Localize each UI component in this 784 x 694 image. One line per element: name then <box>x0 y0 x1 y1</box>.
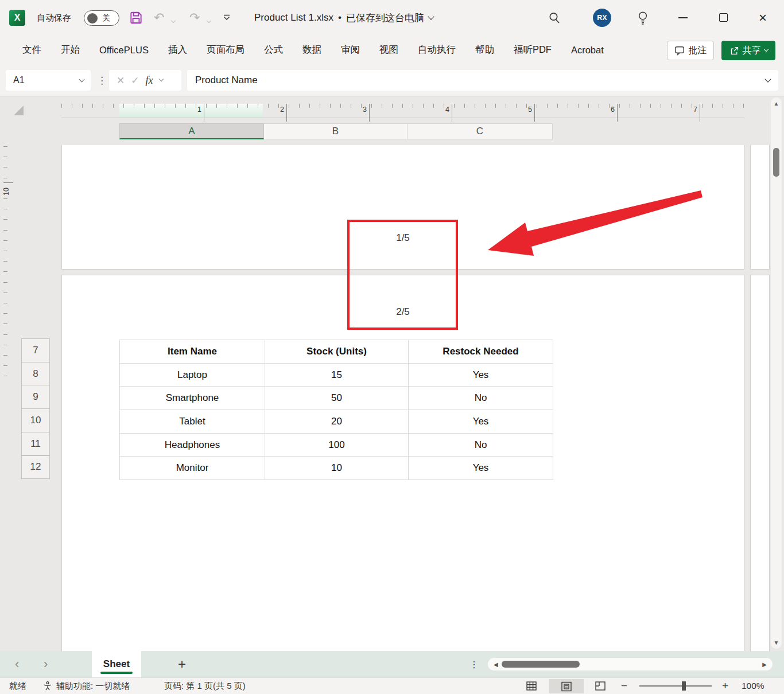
horizontal-scrollbar[interactable]: ◀ ▶ <box>488 658 773 670</box>
tab-review[interactable]: 审阅 <box>331 44 370 56</box>
column-header-b[interactable]: B <box>264 123 407 139</box>
view-page-layout-button[interactable] <box>549 679 584 693</box>
zoom-slider-thumb[interactable] <box>682 681 686 691</box>
column-header-c[interactable]: C <box>407 123 553 139</box>
row-header-10[interactable]: 10 <box>21 408 50 432</box>
sheet-options-dots[interactable]: ⋮ <box>469 651 479 677</box>
tab-data[interactable]: 数据 <box>293 44 331 56</box>
search-button[interactable] <box>548 0 561 36</box>
ruler-number: 10 <box>2 188 10 196</box>
ruler-number: 7 <box>686 106 697 114</box>
add-sheet-button[interactable]: + <box>178 651 186 677</box>
table-header-cell[interactable]: Item Name <box>120 340 265 364</box>
table-cell[interactable]: Laptop <box>120 363 265 387</box>
tab-home[interactable]: 开始 <box>51 44 90 56</box>
table-cell[interactable]: 50 <box>265 387 409 410</box>
page-count-status[interactable]: 页码: 第 1 页(共 5 页) <box>164 678 246 694</box>
table-cell[interactable]: Yes <box>409 410 553 434</box>
table-cell[interactable]: Smartphone <box>120 387 265 410</box>
row-header-8[interactable]: 8 <box>21 362 50 386</box>
vertical-scrollbar[interactable]: ▲ ▼ <box>771 98 782 649</box>
scroll-down-icon[interactable]: ▼ <box>771 640 782 646</box>
tab-view[interactable]: 视图 <box>370 44 408 56</box>
zoom-in-button[interactable]: + <box>722 678 728 694</box>
page-break-view-icon <box>595 680 606 692</box>
column-header-a[interactable]: A <box>119 123 264 139</box>
horizontal-scrollbar-thumb[interactable] <box>502 661 580 668</box>
view-normal-button[interactable] <box>521 678 542 694</box>
table-cell[interactable]: Tablet <box>120 410 265 434</box>
table-cell[interactable]: Headphones <box>120 433 265 457</box>
table-cell[interactable]: No <box>409 433 553 457</box>
table-cell[interactable]: Yes <box>409 457 553 480</box>
minimize-button[interactable] <box>678 17 688 18</box>
tab-insert[interactable]: 插入 <box>158 44 197 56</box>
tab-page-layout[interactable]: 页面布局 <box>197 44 254 56</box>
enter-button[interactable]: ✓ <box>131 75 139 87</box>
excel-logo-icon: X <box>9 10 25 26</box>
table-cell[interactable]: 15 <box>265 363 409 387</box>
cancel-button[interactable]: ✕ <box>117 75 125 87</box>
tab-officeplus[interactable]: OfficePLUS <box>90 45 158 56</box>
sheet-nav-right-icon[interactable]: › <box>44 651 48 677</box>
vertical-scrollbar-thumb[interactable] <box>773 148 779 177</box>
ideas-button[interactable] <box>636 0 650 36</box>
view-page-break-button[interactable] <box>590 678 611 694</box>
autosave-state: 关 <box>102 13 110 24</box>
table-cell[interactable]: No <box>409 387 553 410</box>
table-header-cell[interactable]: Stock (Units) <box>265 340 409 364</box>
undo-button[interactable]: ↶ <box>154 0 164 36</box>
zoom-out-button[interactable]: − <box>621 678 627 694</box>
formula-bar-expand-icon[interactable] <box>764 76 771 82</box>
table-cell[interactable]: 20 <box>265 410 409 434</box>
sheet-tab-active[interactable]: Sheet <box>92 651 141 677</box>
quick-access-toolbar-button[interactable] <box>223 0 231 36</box>
data-table: Item Name Stock (Units) Restock Needed L… <box>119 340 553 480</box>
scroll-up-icon[interactable]: ▲ <box>771 100 782 107</box>
accessibility-status[interactable]: 辅助功能: 一切就绪 <box>56 678 130 694</box>
zoom-level[interactable]: 100% <box>742 678 764 694</box>
save-button[interactable] <box>129 0 143 36</box>
maximize-button[interactable] <box>719 13 728 22</box>
autosave-toggle[interactable]: 关 <box>84 10 119 26</box>
worksheet-area: 1 2 3 4 5 6 7 A B C 10 1/5 2/5 <box>0 96 784 651</box>
formula-bar-input[interactable]: Product Name <box>187 70 778 91</box>
select-all-corner-icon[interactable] <box>14 106 24 115</box>
sheet-nav-left-icon[interactable]: ‹ <box>15 651 19 677</box>
active-tab-underline <box>100 672 133 674</box>
document-title-group[interactable]: Product List 1.xlsx • 已保存到这台电脑 <box>254 0 433 36</box>
tab-automate[interactable]: 自动执行 <box>408 44 465 56</box>
fx-chevron-icon[interactable] <box>158 77 163 81</box>
annotation-rectangle <box>347 220 458 330</box>
zoom-slider[interactable] <box>639 685 712 687</box>
row-header-12[interactable]: 12 <box>21 455 50 479</box>
redo-menu-chevron-icon[interactable] <box>207 3 211 38</box>
close-button[interactable]: × <box>759 0 767 36</box>
row-header-9[interactable]: 9 <box>21 385 50 409</box>
table-cell[interactable]: Yes <box>409 363 553 387</box>
table-cell[interactable]: 10 <box>265 457 409 480</box>
share-button[interactable]: 共享 <box>721 41 775 60</box>
tab-foxit-pdf[interactable]: 福昕PDF <box>504 44 561 56</box>
name-box-chevron-icon[interactable] <box>79 76 85 82</box>
comments-button[interactable]: 批注 <box>667 41 714 60</box>
row-header-7[interactable]: 7 <box>21 338 50 362</box>
tab-help[interactable]: 帮助 <box>465 44 504 56</box>
customize-toolbar-icon <box>223 14 231 21</box>
formula-options-dots[interactable]: ⋮ <box>97 70 107 91</box>
avatar[interactable]: RX <box>593 9 611 27</box>
name-box[interactable]: A1 <box>6 70 91 91</box>
table-cell[interactable]: 100 <box>265 433 409 457</box>
formula-buttons: ✕ ✓ fx <box>109 70 181 91</box>
tab-formulas[interactable]: 公式 <box>254 44 293 56</box>
scroll-left-icon[interactable]: ◀ <box>494 658 498 670</box>
tab-file[interactable]: 文件 <box>13 44 51 56</box>
undo-menu-chevron-icon[interactable] <box>172 3 175 38</box>
scroll-right-icon[interactable]: ▶ <box>762 658 767 670</box>
table-cell[interactable]: Monitor <box>120 457 265 480</box>
table-header-cell[interactable]: Restock Needed <box>409 340 553 364</box>
insert-function-button[interactable]: fx <box>146 75 153 87</box>
tab-acrobat[interactable]: Acrobat <box>561 45 614 56</box>
redo-button[interactable]: ↷ <box>189 0 200 36</box>
row-header-11[interactable]: 11 <box>21 432 50 456</box>
